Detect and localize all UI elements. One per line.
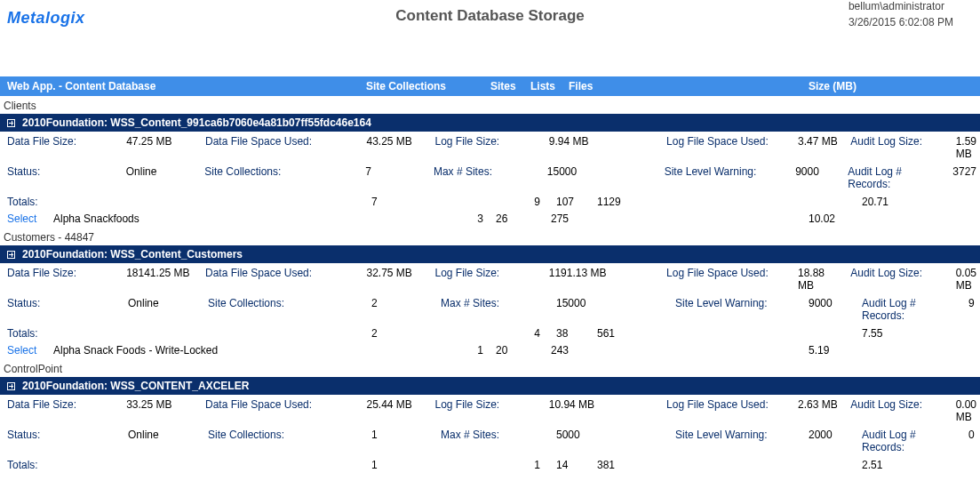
val-data-file-space-used: 43.25 MB [363, 135, 431, 160]
totals-row: Totals: 1 1 14 381 2.51 [0, 455, 980, 473]
group: Clients 2010Foundation: WSS_Content_991c… [0, 96, 980, 228]
group: ControlPoint 2010Foundation: WSS_CONTENT… [0, 359, 980, 473]
expand-icon[interactable] [7, 251, 15, 259]
lbl-max-sites: Max # Sites: [437, 297, 553, 322]
col-lists: Lists [530, 76, 569, 96]
group-name: Customers - 44847 [0, 228, 980, 245]
lbl-totals: Totals: [0, 327, 124, 340]
val-data-file-space-used: 32.75 MB [363, 267, 431, 292]
lbl-audit-log-size: Audit Log Size: [847, 398, 952, 423]
detail-files: 275 [551, 212, 809, 225]
detail-lists: 26 [496, 212, 551, 225]
val-log-file-size: 1191.13 MB [546, 267, 628, 292]
lbl-site-level-warning: Site Level Warning: [672, 297, 805, 322]
val-site-level-warning: 2000 [805, 429, 858, 453]
col-files: Files [569, 76, 809, 96]
detail-lists: 20 [496, 344, 551, 357]
detail-sites: 1 [366, 344, 496, 357]
lbl-data-file-size: Data File Size: [0, 398, 123, 423]
val-status: Online [124, 297, 204, 322]
database-title: 2010Foundation: WSS_Content_991ca6b7060e… [22, 116, 371, 129]
val-log-file-space-used: 18.88 MB [794, 267, 847, 292]
val-totals-files: 561 [594, 327, 672, 340]
col-size: Size (MB) [809, 76, 980, 96]
detail-name: Alpha Snack Foods - Write-Locked [53, 344, 366, 357]
val-max-sites: 5000 [553, 429, 636, 453]
lbl-audit-log-records: Audit Log # Records: [858, 297, 965, 322]
database-header[interactable]: 2010Foundation: WSS_CONTENT_AXCELER [0, 377, 980, 395]
metrics-row-2: Status: Online Site Collections: 2 Max #… [0, 293, 980, 324]
lbl-data-file-space-used: Data File Space Used: [202, 135, 363, 160]
lbl-audit-log-size: Audit Log Size: [847, 267, 952, 292]
lbl-status: Status: [0, 297, 124, 322]
lbl-status: Status: [0, 165, 123, 190]
val-totals-sites: 4 [437, 327, 553, 340]
totals-row: Totals: 2 4 38 561 7.55 [0, 324, 980, 341]
detail-row: Select Alpha Snackfoods 3 26 275 10.02 [0, 210, 980, 228]
page-title: Content Database Storage [0, 7, 980, 25]
column-header-row: Web App. - Content Database Site Collect… [0, 76, 980, 96]
val-totals-sitecoll: 1 [368, 459, 437, 471]
val-site-collections: 1 [368, 429, 437, 453]
val-audit-log-size: 0.05 MB [952, 267, 980, 292]
val-site-collections: 2 [368, 297, 437, 322]
group: Customers - 44847 2010Foundation: WSS_Co… [0, 228, 980, 359]
val-totals-size: 7.55 [858, 327, 965, 340]
database-title: 2010Foundation: WSS_CONTENT_AXCELER [22, 380, 249, 392]
col-sites: Sites [490, 76, 530, 96]
val-status: Online [123, 165, 202, 190]
expand-icon[interactable] [7, 119, 15, 127]
val-log-file-size: 9.94 MB [546, 135, 628, 160]
val-totals-files: 1129 [594, 196, 672, 208]
database-header[interactable]: 2010Foundation: WSS_Content_991ca6b7060e… [0, 114, 980, 132]
lbl-site-level-warning: Site Level Warning: [672, 429, 805, 453]
lbl-log-file-size: Log File Size: [431, 398, 545, 423]
lbl-site-collections: Site Collections: [204, 429, 368, 453]
detail-size: 10.02 [809, 212, 980, 225]
select-link[interactable]: Select [0, 212, 53, 225]
group-name: ControlPoint [0, 359, 980, 377]
lbl-log-file-space-used: Log File Space Used: [663, 135, 794, 160]
detail-size: 5.19 [809, 344, 980, 357]
lbl-totals: Totals: [0, 459, 124, 471]
val-totals-sitecoll: 2 [368, 327, 437, 340]
val-log-file-space-used: 2.63 MB [794, 398, 847, 423]
database-header[interactable]: 2010Foundation: WSS_Content_Customers [0, 245, 980, 263]
user-name: bellum\administrator [849, 0, 953, 12]
val-data-file-size: 47.25 MB [123, 135, 202, 160]
lbl-data-file-space-used: Data File Space Used: [202, 267, 363, 292]
detail-row: Select Alpha Snack Foods - Write-Locked … [0, 341, 980, 359]
col-webapp: Web App. - Content Database [0, 76, 366, 96]
lbl-audit-log-records: Audit Log # Records: [844, 165, 949, 190]
expand-icon[interactable] [7, 382, 15, 390]
val-totals-size: 2.51 [858, 459, 965, 471]
val-log-file-space-used: 3.47 MB [794, 135, 847, 160]
val-data-file-space-used: 25.44 MB [363, 398, 431, 423]
val-audit-log-records: 0 [965, 429, 980, 453]
val-totals-sites: 1 [437, 459, 553, 471]
detail-name: Alpha Snackfoods [53, 212, 366, 225]
val-site-level-warning: 9000 [792, 165, 844, 190]
lbl-audit-log-size: Audit Log Size: [847, 135, 952, 160]
val-data-file-size: 33.25 MB [123, 398, 202, 423]
lbl-data-file-size: Data File Size: [0, 267, 123, 292]
val-max-sites: 15000 [553, 297, 636, 322]
select-link[interactable]: Select [0, 344, 53, 357]
val-audit-log-records: 9 [965, 297, 980, 322]
val-audit-log-records: 3727 [949, 165, 980, 190]
user-info: bellum\administrator 3/26/2015 6:02:08 P… [849, 0, 953, 32]
lbl-log-file-size: Log File Size: [431, 267, 545, 292]
val-totals-lists: 38 [553, 327, 594, 340]
val-totals-lists: 107 [553, 196, 594, 208]
lbl-data-file-space-used: Data File Space Used: [202, 398, 363, 423]
metrics-row-2: Status: Online Site Collections: 1 Max #… [0, 425, 980, 455]
val-totals-size: 20.71 [858, 196, 965, 208]
metrics-row-2: Status: Online Site Collections: 7 Max #… [0, 162, 980, 192]
metrics-row-1: Data File Size: 47.25 MB Data File Space… [0, 132, 980, 162]
group-name: Clients [0, 96, 980, 114]
lbl-status: Status: [0, 429, 124, 453]
lbl-data-file-size: Data File Size: [0, 135, 123, 160]
lbl-log-file-space-used: Log File Space Used: [663, 267, 794, 292]
timestamp: 3/26/2015 6:02:08 PM [849, 16, 953, 28]
val-site-collections: 7 [362, 165, 430, 190]
